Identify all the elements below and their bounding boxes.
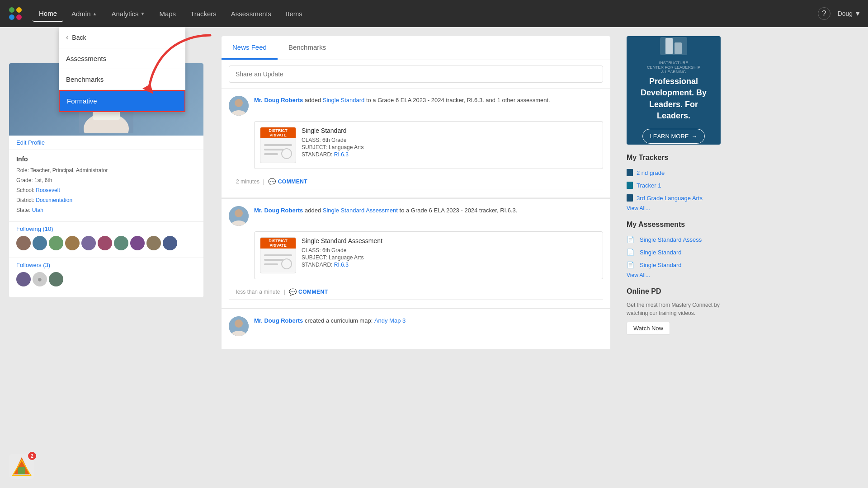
user-menu[interactable]: Doug ▼	[838, 10, 861, 17]
avatar-1[interactable]	[16, 236, 31, 250]
tracker-item-3[interactable]: 3rd Grade Language Arts	[627, 192, 721, 203]
feed-item-3: Mr. Doug Roberts created a curriculum ma…	[222, 309, 610, 349]
feed-time-2: less than a minute	[236, 289, 280, 295]
avatar-3[interactable]	[49, 236, 63, 250]
thumb-circle-1	[281, 148, 292, 159]
follower-avatar-3[interactable]	[49, 272, 63, 286]
state-info: State: Utah	[16, 206, 196, 214]
feed-user-link-2[interactable]: Mr. Doug Roberts	[254, 207, 303, 214]
ad-logo	[660, 37, 687, 55]
nav-analytics-label: Analytics	[111, 10, 138, 18]
analytics-arrow-icon: ▼	[140, 11, 145, 16]
avatar-6[interactable]	[98, 236, 112, 250]
assessment-icon-1: 📄	[627, 236, 634, 243]
svg-point-2	[9, 14, 14, 20]
nav-analytics[interactable]: Analytics ▼	[105, 6, 151, 21]
thumb-line	[264, 153, 278, 155]
standard-link-1[interactable]: RI.6.3	[334, 151, 349, 158]
feed-item-text-3: Mr. Doug Roberts created a curriculum ma…	[254, 316, 406, 336]
nav-items[interactable]: Items	[279, 6, 309, 21]
svg-point-3	[16, 14, 22, 20]
avatar-10[interactable]	[163, 236, 177, 250]
feed-time-1: 2 minutes	[236, 178, 259, 185]
avatar-9[interactable]	[146, 236, 161, 250]
feed-user-link-3[interactable]: Mr. Doug Roberts	[254, 317, 303, 324]
assessment-item-1[interactable]: 📄 Single Standard Assess	[627, 234, 721, 245]
avatar-silhouette-3	[229, 316, 249, 336]
follower-avatar-1[interactable]	[16, 272, 31, 286]
avatar-silhouette-1	[229, 96, 249, 116]
item-card-2: DISTRICT PRIVATE Single Standard Assessm…	[254, 231, 603, 279]
my-trackers-title: My Trackers	[627, 154, 721, 162]
tracker-label-3: 3rd Grade Language Arts	[637, 195, 703, 202]
dropdown-benchmarks[interactable]: Benchmarks	[59, 69, 185, 90]
nav-trackers[interactable]: Trackers	[184, 6, 223, 21]
center-feed: News Feed Benchmarks Mr. Doug Rob	[212, 27, 619, 488]
tracker-item-2[interactable]: Tracker 1	[627, 180, 721, 191]
item-card-info-1: Single Standard CLASS: 6th Grade SUBJECT…	[302, 127, 363, 163]
dropdown-back-button[interactable]: ‹ Back	[59, 27, 185, 48]
help-button[interactable]: ?	[818, 7, 830, 20]
benchmarks-tab-label: Benchmarks	[288, 43, 326, 51]
feed-tabs: News Feed Benchmarks	[222, 36, 610, 60]
item-card-title-2[interactable]: Single Standard Assessment	[302, 237, 382, 244]
tracker-item-1[interactable]: 2 nd grade	[627, 167, 721, 178]
dropdown-assessments[interactable]: Assessments	[59, 48, 185, 69]
follower-avatar-2[interactable]: ●	[33, 272, 47, 286]
feed-user-link-1[interactable]: Mr. Doug Roberts	[254, 97, 303, 103]
following-label[interactable]: Following (10)	[16, 225, 196, 232]
watch-now-button[interactable]: Watch Now	[627, 322, 670, 335]
tab-benchmarks[interactable]: Benchmarks	[278, 36, 337, 60]
nav-admin[interactable]: Admin ▲	[65, 6, 103, 21]
ad-logo-icon	[665, 37, 683, 55]
feed-item-header-3: Mr. Doug Roberts created a curriculum ma…	[229, 316, 603, 336]
dropdown-assessments-label: Assessments	[66, 55, 106, 62]
ad-subtitle-text: INSTRUCTURE CENTER FOR LEADERSHIP & LEAR…	[647, 61, 700, 74]
news-feed-tab-label: News Feed	[232, 43, 267, 51]
district-private-badge-2: DISTRICT PRIVATE	[260, 238, 296, 249]
feed-item-link-3[interactable]: Andy Map 3	[374, 317, 406, 324]
tab-news-feed[interactable]: News Feed	[222, 36, 278, 60]
share-update-area	[222, 60, 610, 89]
app-logo[interactable]	[7, 5, 24, 22]
assessment-item-3[interactable]: 📄 Single Standard	[627, 259, 721, 270]
assessment-item-2[interactable]: 📄 Single Standard	[627, 247, 721, 258]
comment-button-1[interactable]: 💬 COMMENT	[268, 178, 307, 185]
my-assessments-section: My Assessments 📄 Single Standard Assess …	[627, 221, 721, 278]
nav-maps[interactable]: Maps	[153, 6, 182, 21]
item-card-title-1[interactable]: Single Standard	[302, 127, 363, 134]
edit-profile-link[interactable]: Edit Profile	[9, 136, 203, 150]
avatar-2[interactable]	[33, 236, 47, 250]
followers-section: Followers (3) ●	[9, 258, 203, 297]
feed-item-header-2: Mr. Doug Roberts added Single Standard A…	[229, 206, 603, 226]
followers-label[interactable]: Followers (3)	[16, 262, 196, 268]
bottom-left-app-icon[interactable]: 2	[9, 454, 34, 479]
following-avatars	[16, 236, 196, 250]
nav-right: ? Doug ▼	[818, 7, 861, 20]
item-card-thumb-1: DISTRICT PRIVATE	[260, 127, 296, 163]
ad-learn-more-button[interactable]: LEARN MORE →	[642, 129, 705, 144]
nav-home[interactable]: Home	[33, 6, 63, 22]
item-card-1: DISTRICT PRIVATE Single Standard CLASS: …	[254, 121, 603, 169]
ad-title: Professional Development. By Leaders. Fo…	[636, 76, 712, 122]
feed-item-link-2[interactable]: Single Standard Assessment	[323, 207, 398, 214]
trackers-view-all[interactable]: View All...	[627, 205, 721, 211]
thumb-circle-2	[281, 258, 292, 269]
nav-assessments[interactable]: Assessments	[225, 6, 278, 21]
share-update-input[interactable]	[229, 66, 603, 83]
ad-learn-label: LEARN MORE	[650, 133, 689, 140]
standard-link-2[interactable]: RI.6.3	[334, 262, 349, 268]
subject-row-1: SUBJECT: Language Arts	[302, 144, 363, 150]
avatar-5[interactable]	[81, 236, 96, 250]
avatar-8[interactable]	[130, 236, 145, 250]
avatar-4[interactable]	[65, 236, 80, 250]
class-row-2: CLASS: 6th Grade	[302, 247, 382, 253]
comment-label-2: COMMENT	[298, 289, 328, 295]
district-private-badge-1: DISTRICT PRIVATE	[260, 127, 296, 138]
dropdown-formative[interactable]: Formative	[59, 90, 185, 112]
comment-button-2[interactable]: 💬 COMMENT	[289, 288, 328, 296]
feed-item-link-1[interactable]: Single Standard	[323, 97, 365, 103]
assessments-view-all[interactable]: View All...	[627, 272, 721, 278]
avatar-7[interactable]	[114, 236, 128, 250]
tracker-icon-3	[627, 194, 633, 202]
